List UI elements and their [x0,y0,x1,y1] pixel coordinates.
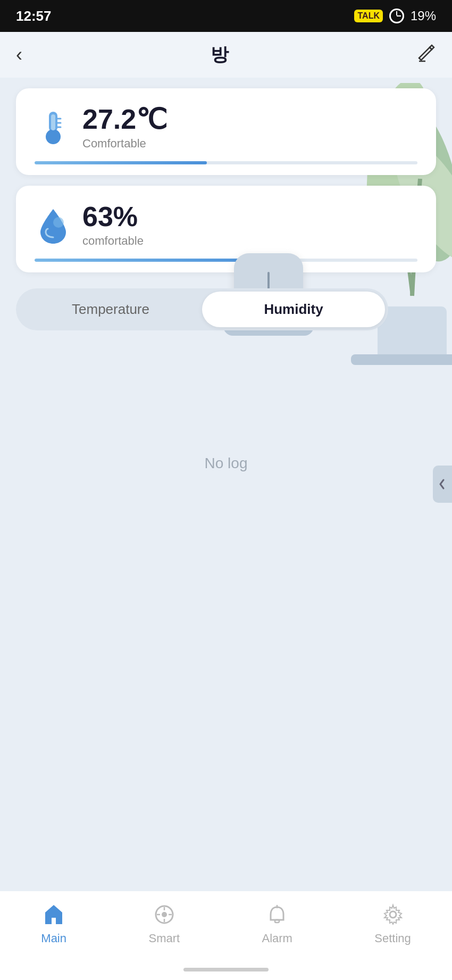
humidity-card: 63% comfortable [16,186,436,272]
humidity-values: 63% comfortable [82,202,144,248]
svg-rect-19 [275,920,279,923]
clock-icon [389,9,404,23]
top-nav: ‹ 방 [0,32,452,78]
humidity-status: comfortable [82,234,144,248]
nav-alarm[interactable]: Alarm [262,902,292,945]
main-content: 27.2℃ Comfortable 63% comfortable [0,78,452,891]
svg-point-12 [53,217,64,228]
nav-main-label: Main [41,932,66,945]
nav-setting[interactable]: Setting [374,902,411,945]
nav-smart-label: Smart [148,932,180,945]
status-icons: TALK 19% [354,9,436,23]
svg-point-14 [162,912,167,917]
humidity-progress [35,259,417,262]
humidity-value: 63% [82,202,144,232]
nav-alarm-label: Alarm [262,932,292,945]
temperature-card: 27.2℃ Comfortable [16,88,436,175]
humidity-icon [35,206,72,244]
kakaotalk-icon: TALK [354,10,382,22]
back-button[interactable]: ‹ [16,45,22,64]
home-indicator-bar [183,968,269,971]
edit-button[interactable] [417,43,436,67]
status-time: 12:57 [16,8,52,24]
nav-main[interactable]: Main [41,902,66,945]
home-icon [41,902,66,927]
setting-icon [380,902,406,927]
temperature-progress [35,161,417,164]
smart-icon [152,902,177,927]
thermometer-icon [35,109,72,146]
no-log-message: No log [205,455,248,472]
temperature-progress-fill [35,161,207,164]
temperature-status: Comfortable [82,137,167,151]
bottom-nav: Main Smart Alarm [0,891,452,961]
svg-point-21 [390,911,396,918]
nav-smart[interactable]: Smart [148,902,180,945]
alarm-icon [264,902,290,927]
svg-rect-8 [51,114,55,130]
svg-rect-4 [378,306,447,360]
metric-toggle[interactable]: Temperature Humidity [16,288,388,330]
temperature-tab[interactable]: Temperature [19,292,202,327]
log-area: No log [16,357,436,570]
battery-indicator: 19% [411,9,436,23]
nav-setting-label: Setting [374,932,411,945]
temperature-values: 27.2℃ Comfortable [82,104,167,151]
svg-point-7 [46,129,61,144]
sidebar-arrow[interactable] [433,466,452,503]
home-indicator [0,961,452,980]
temperature-value: 27.2℃ [82,104,167,135]
page-title: 방 [211,43,229,67]
svg-rect-5 [351,354,452,365]
status-bar: 12:57 TALK 19% [0,0,452,32]
humidity-tab[interactable]: Humidity [202,292,385,327]
